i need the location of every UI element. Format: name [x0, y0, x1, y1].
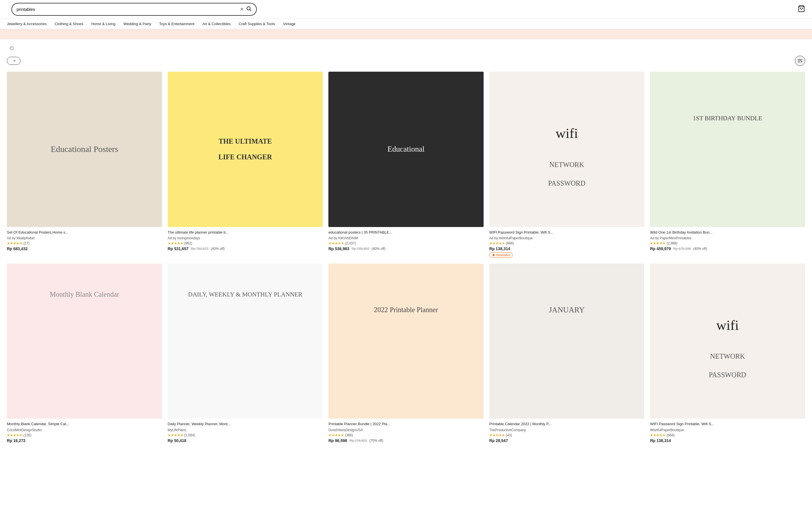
price-row: Rp 536,983 Rp 788,462 (40% off): [328, 246, 484, 251]
stars-display: ★★★★★: [328, 433, 344, 437]
price-filter-button[interactable]: [7, 57, 21, 65]
price-row: Rp 683,432: [7, 246, 162, 251]
product-title: WIFI Password Sign Printable, Wifi S...: [650, 422, 805, 427]
product-price: Rp 96,598: [328, 438, 347, 443]
discount-label: (70% off): [370, 439, 383, 442]
sort-button[interactable]: [795, 56, 805, 66]
star-rating: ★★★★★ (1,084): [168, 433, 323, 437]
search-bar: ✕: [11, 3, 257, 16]
product-shop: Ad by WishfulPaperBoutique: [489, 236, 644, 240]
price-row: Rp 459,979 Rp 675,396 (40% off): [650, 246, 805, 251]
product-card-5[interactable]: Wild One 1st Birthday Invitation Bun... …: [650, 72, 805, 258]
nav-item-wedding[interactable]: Wedding & Party: [123, 22, 151, 26]
product-card-7[interactable]: Daily Planner, Weekly Planner, Mont... M…: [168, 264, 323, 443]
product-thumbnail: [168, 264, 323, 419]
product-price: Rp 138,314: [650, 438, 671, 443]
product-card-4[interactable]: WIFI Password Sign Printable, Wifi S... …: [489, 72, 644, 258]
cart-icon[interactable]: [798, 5, 805, 14]
product-shop: TheProductiveCompany: [489, 428, 644, 432]
product-image: [328, 72, 484, 227]
star-rating: ★★★★★ (668): [650, 433, 805, 437]
product-price: Rp 683,432: [7, 246, 28, 251]
nav-item-jewellery[interactable]: Jewellery & Accessories: [7, 22, 47, 26]
discount-label: (40% off): [211, 247, 225, 251]
product-price: Rp 459,979: [650, 246, 671, 251]
nav-item-toys[interactable]: Toys & Entertainment: [159, 22, 195, 26]
original-price: Rp 274,852: [349, 439, 367, 442]
product-price: Rp 16,272: [7, 438, 25, 443]
stars-display: ★★★★★: [7, 433, 23, 437]
product-title: Printable Planner Bundle | 2022 Pla...: [328, 422, 484, 427]
product-price: Rp 138,314: [489, 246, 510, 251]
stars-display: ★★★★★: [489, 241, 505, 245]
product-thumbnail: [489, 72, 644, 227]
product-card-2[interactable]: The ultimate life planner printable b...…: [168, 72, 323, 258]
price-row: Rp 50,418: [168, 438, 323, 443]
product-title: WIFI Password Sign Printable, Wifi S...: [489, 230, 644, 235]
review-count: (135): [23, 433, 31, 437]
product-thumbnail: [328, 72, 484, 227]
product-shop: Ad by KIKIANDNIM: [328, 236, 484, 240]
product-card-8[interactable]: Printable Planner Bundle | 2022 Pla... G…: [328, 264, 484, 443]
review-count: (962): [184, 241, 192, 245]
product-price: Rp 28,547: [489, 438, 508, 443]
review-count: (2,037): [345, 241, 356, 245]
product-image: [650, 72, 805, 227]
stars-display: ★★★★★: [7, 241, 23, 245]
product-card-1[interactable]: Set Of Educational Posters,Home s... Ad …: [7, 72, 162, 258]
stars-display: ★★★★★: [489, 433, 505, 437]
stars-display: ★★★★★: [168, 433, 183, 437]
nav-item-vintage[interactable]: Vintage: [283, 22, 296, 26]
promotional-banner: [0, 29, 812, 39]
product-thumbnail: [7, 72, 162, 227]
product-title: Daily Planner, Weekly Planner, Mont...: [168, 422, 323, 427]
product-thumbnail: [7, 264, 162, 419]
product-shop: Ad by kikialphabet: [7, 236, 162, 240]
header-actions: [792, 5, 805, 14]
price-row: Rp 28,547: [489, 438, 644, 443]
product-title: The ultimate life planner printable b...: [168, 230, 323, 235]
price-row: Rp 16,272: [7, 438, 162, 443]
nav-item-craft[interactable]: Craft Supplies & Tools: [238, 22, 275, 26]
product-shop: Ad by PaperMinxPrintables: [650, 236, 805, 240]
discount-label: (40% off): [693, 247, 707, 251]
review-count: (43): [506, 433, 512, 437]
product-image: [168, 72, 323, 227]
product-title: Monthly Blank Calendar, Simple Cal...: [7, 422, 162, 427]
nav-item-art[interactable]: Art & Collectibles: [202, 22, 231, 26]
product-card-6[interactable]: Monthly Blank Calendar, Simple Cal... Co…: [7, 264, 162, 443]
nav-item-home[interactable]: Home & Living: [91, 22, 116, 26]
results-count: [10, 46, 14, 51]
product-price: Rp 50,418: [168, 438, 186, 443]
review-count: (1,084): [184, 433, 195, 437]
product-shop: Ad by lovingmondays: [168, 236, 323, 240]
original-price: Rp 788,462: [351, 247, 369, 251]
main-nav: Jewellery & Accessories Clothing & Shoes…: [0, 19, 812, 29]
nav-item-clothing[interactable]: Clothing & Shoes: [55, 22, 83, 26]
review-count: (366): [345, 433, 353, 437]
search-icon[interactable]: [246, 6, 252, 13]
star-rating: ★★★★★ (43): [489, 433, 644, 437]
product-price: Rp 531,657: [168, 246, 188, 251]
star-rating: ★★★★★ (2,037): [328, 241, 484, 245]
product-card-9[interactable]: Printable Calendar 2022 | Monthly P... T…: [489, 264, 644, 443]
price-row: Rp 138,314: [489, 246, 644, 251]
stars-display: ★★★★★: [328, 241, 344, 245]
product-thumbnail: [650, 264, 805, 419]
product-thumbnail: [168, 72, 323, 227]
stars-display: ★★★★★: [650, 433, 666, 437]
discount-label: (40% off): [372, 247, 385, 251]
clear-icon[interactable]: ✕: [240, 6, 244, 12]
product-image: [168, 264, 323, 419]
price-row: Rp 138,314: [650, 438, 805, 443]
product-title: Printable Calendar 2022 | Monthly P...: [489, 422, 644, 427]
product-card-3[interactable]: educational posters | 35 PRINTABLE... Ad…: [328, 72, 484, 258]
search-input[interactable]: [17, 7, 238, 12]
star-rating: ★★★★★ (366): [328, 433, 484, 437]
product-image: [489, 264, 644, 419]
review-count: (2,888): [666, 241, 677, 245]
product-image: [7, 72, 162, 227]
product-card-10[interactable]: WIFI Password Sign Printable, Wifi S... …: [650, 264, 805, 443]
header: ✕: [0, 0, 812, 19]
product-shop: WishfulPaperBoutique: [650, 428, 805, 432]
